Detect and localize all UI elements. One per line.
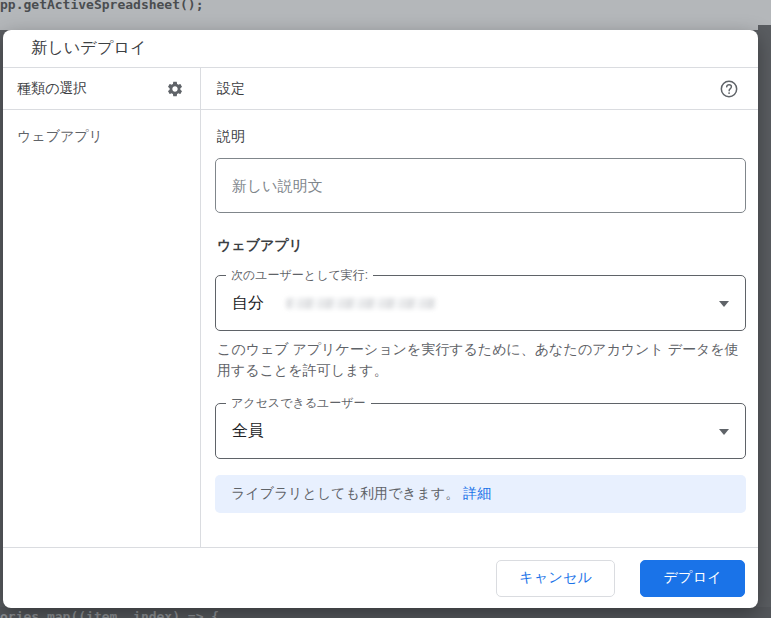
gear-icon — [166, 80, 184, 98]
help-button[interactable] — [718, 78, 740, 100]
redacted-account-email — [286, 298, 436, 309]
chevron-down-icon — [719, 429, 729, 435]
new-deployment-dialog: 新しいデプロイ 種類の選択 ウェブアプリ 設定 — [3, 30, 758, 608]
sidebar-item-webapp[interactable]: ウェブアプリ — [3, 120, 200, 154]
library-info-box: ライブラリとしても利用できます。 詳細 — [215, 475, 746, 513]
dimmed-editor-bottom: ories.map((item, index) => { — [0, 607, 771, 618]
access-select[interactable]: アクセスできるユーザー 全員 — [215, 403, 746, 459]
settings-panel: 設定 説明 ウェブアプリ 次のユーザーとして実行: 自分 — [201, 68, 758, 547]
description-label: 説明 — [217, 128, 746, 146]
type-select-header: 種類の選択 — [3, 68, 200, 110]
editor-code-line-top: pp.getActiveSpreadsheet(); — [0, 0, 204, 12]
access-label: アクセスできるユーザー — [226, 396, 371, 410]
access-value: 全員 — [232, 421, 264, 442]
dialog-footer: キャンセル デプロイ — [3, 547, 758, 608]
library-info-text: ライブラリとしても利用できます。 — [231, 485, 459, 503]
dialog-body: 種類の選択 ウェブアプリ 設定 — [3, 68, 758, 547]
settings-header-label: 設定 — [217, 80, 245, 98]
execute-as-helper-text: このウェブ アプリケーションを実行するために、あなたのアカウント データを使用す… — [217, 339, 746, 381]
editor-code-line-bottom: ories.map((item, index) => { — [0, 609, 219, 618]
chevron-down-icon — [719, 301, 729, 307]
webapp-section-heading: ウェブアプリ — [217, 237, 746, 255]
deployment-types-settings-button[interactable] — [164, 78, 186, 100]
dialog-title-bar: 新しいデプロイ — [3, 30, 758, 68]
settings-header: 設定 — [201, 68, 758, 110]
dimmed-editor-right — [758, 25, 771, 618]
cancel-button[interactable]: キャンセル — [496, 560, 615, 597]
type-select-panel: 種類の選択 ウェブアプリ — [3, 68, 201, 547]
execute-as-value: 自分 — [232, 293, 264, 314]
execute-as-label: 次のユーザーとして実行: — [226, 268, 373, 282]
dimmed-editor-top: pp.getActiveSpreadsheet(); — [0, 0, 771, 30]
deployment-type-list: ウェブアプリ — [3, 110, 200, 164]
library-details-link[interactable]: 詳細 — [463, 485, 491, 503]
deploy-button[interactable]: デプロイ — [640, 560, 745, 597]
description-input[interactable] — [215, 158, 746, 213]
dialog-title: 新しいデプロイ — [31, 38, 147, 59]
help-icon — [719, 79, 739, 99]
execute-as-select[interactable]: 次のユーザーとして実行: 自分 — [215, 275, 746, 331]
settings-content: 説明 ウェブアプリ 次のユーザーとして実行: 自分 このウェブ アプリケーション… — [201, 110, 758, 547]
type-select-header-label: 種類の選択 — [17, 80, 87, 98]
